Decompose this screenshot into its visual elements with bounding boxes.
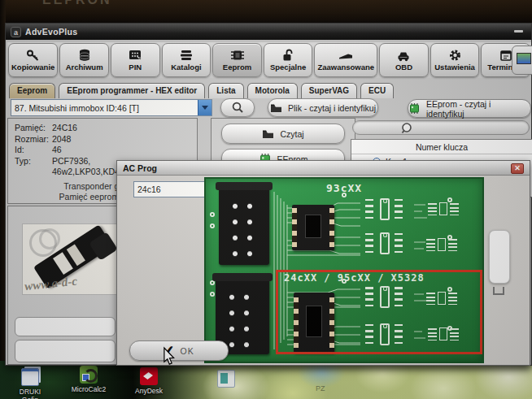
tab-strip: Eeprom EEprom programmer - HEX editor Li…: [9, 80, 394, 98]
soic-footprint: [360, 323, 408, 346]
size-label: Rozmiar:: [15, 134, 52, 145]
gear-icon: [448, 49, 462, 62]
chip-icon: [230, 49, 245, 62]
small-footprint: [425, 289, 458, 309]
desktop-icon-microcalc2[interactable]: MicroCalc2: [70, 366, 107, 393]
dialog-title: AC Prog: [123, 163, 157, 173]
mouse-cursor: [163, 348, 176, 369]
soic-footprint: [360, 198, 408, 221]
field-bar-1[interactable]: [15, 317, 116, 336]
toolbar-label: Katalogi: [171, 63, 201, 72]
button-label: Czytaj: [280, 129, 303, 139]
id-value: 46: [52, 145, 190, 156]
window-title: AdvEvoPlus: [25, 27, 77, 37]
toolbar-label: Ustawienia: [434, 63, 475, 72]
desktop-icon-anydesk[interactable]: AnyDesk: [130, 367, 168, 395]
close-icon[interactable]: ✕: [511, 163, 524, 174]
small-footprint: [427, 200, 460, 219]
monitor-photo: EEPRON DRUKI Gofin MicroCalc2 AnyDesk PZ…: [0, 0, 532, 399]
open-padlock-icon: [281, 49, 294, 62]
tab-ecu[interactable]: ECU: [360, 83, 394, 98]
toolbar-button-obd[interactable]: OBD: [379, 43, 429, 77]
memory-value: 24C16: [52, 123, 190, 134]
anydesk-icon: [140, 367, 158, 385]
dialog-titlebar[interactable]: AC Prog ✕: [117, 161, 530, 176]
toolbar-label: Archiwum: [66, 63, 103, 72]
search-slider[interactable]: [352, 120, 530, 135]
desktop-icon-label: DRUKI Gofin: [11, 388, 49, 399]
faint-desktop-text: PZ: [316, 384, 325, 392]
documents-icon: [21, 368, 39, 386]
photo-logo-watermark: [29, 229, 57, 257]
pcb-section-label-93cxx: 93cXX: [326, 182, 362, 194]
app-logo-icon: a: [11, 27, 21, 37]
key-table-header: Numer klucza: [351, 140, 532, 154]
key-icon: [26, 49, 41, 62]
search-device-button[interactable]: [220, 98, 255, 117]
toolbar-button-zaawansowane[interactable]: Zaawansowane: [314, 43, 377, 77]
catalog-icon: [179, 49, 194, 62]
toolbar-button-specjalne[interactable]: Specjalne: [264, 43, 313, 77]
tab-eeprom[interactable]: Eeprom: [9, 83, 55, 98]
monitor-bezel: EEPRON: [0, 0, 532, 23]
small-footprint: [425, 236, 458, 255]
advanced-icon: [338, 49, 354, 62]
acprog-dialog: AC Prog ✕ 24c16: [116, 160, 530, 366]
size-value: 2048: [52, 134, 190, 145]
window-titlebar[interactable]: a AdvEvoPlus: [6, 24, 531, 40]
toolbar-label: Kopiowanie: [11, 63, 55, 72]
memory-label: Pamięć:: [15, 123, 52, 134]
device-photo-panel: www.a-d-c: [7, 206, 121, 365]
minimize-icon[interactable]: [514, 30, 523, 33]
tab-supervag[interactable]: SuperVAG: [301, 83, 357, 98]
folder-icon: [262, 129, 274, 139]
toolbar-label: Zaawansowane: [317, 63, 374, 72]
toolbar-button-katalogi[interactable]: Katalogi: [162, 43, 211, 77]
pin-keypad-icon: [128, 49, 142, 62]
device-row: 87. Mitsubishi immobox ID:46 [T] Plik - …: [6, 98, 532, 118]
toolbar-button-ustawienia[interactable]: Ustawienia: [430, 43, 480, 77]
ok-button-label: OK: [181, 346, 194, 356]
folder-icon: [270, 103, 282, 113]
device-photo: www.a-d-c: [23, 224, 118, 294]
toolbar-button-archiwum[interactable]: Archiwum: [59, 43, 109, 77]
toolbar-button-kopiowanie[interactable]: Kopiowanie: [8, 43, 58, 77]
toolbar-button-pin[interactable]: PIN: [111, 43, 160, 77]
chevron-down-icon[interactable]: [198, 100, 211, 115]
device-select-value: 87. Mitsubishi immobox ID:46 [T]: [15, 103, 139, 113]
tab-motorola[interactable]: Motorola: [247, 83, 298, 98]
button-label: Plik - czytaj i identyfikuj: [288, 103, 376, 113]
soic-footprint: [360, 286, 408, 309]
eeprom-read-identify-button[interactable]: EEprom - czytaj i identyfikuj: [408, 99, 531, 118]
chip-select-value: 24c16: [137, 184, 161, 194]
pcb-adapter-image: 93cXX 24cXX / 95cXX / X5328: [204, 177, 484, 363]
toolbar-label: OBD: [395, 63, 412, 72]
id-label: Id:: [15, 145, 52, 156]
desktop-icon-unlabeled[interactable]: [207, 370, 245, 388]
soic-footprint: [360, 232, 408, 255]
desktop-icon-label: AnyDesk: [130, 387, 168, 395]
file-read-identify-button[interactable]: Plik - czytaj i identyfikuj: [268, 98, 378, 117]
main-toolbar: Kopiowanie Archiwum PIN Katalogi Eeprom …: [7, 42, 531, 78]
window-app-icon: [217, 370, 235, 388]
calendar-icon: [499, 49, 512, 62]
green-chip-icon: [408, 102, 421, 115]
tab-lista[interactable]: Lista: [208, 83, 243, 98]
type-label: Typ:: [15, 156, 52, 178]
field-bar-2[interactable]: [15, 340, 116, 362]
tab-hex-editor[interactable]: EEprom programmer - HEX editor: [59, 83, 205, 98]
toolbar-extra-button[interactable]: [512, 46, 532, 75]
dip8-socket-top: [292, 205, 334, 250]
button-label: EEprom - czytaj i identyfikuj: [426, 99, 530, 119]
read-button[interactable]: Czytaj: [221, 124, 345, 144]
dialog-scrollbar-thumb[interactable]: [489, 230, 510, 284]
archive-icon: [78, 49, 91, 62]
device-select[interactable]: 87. Mitsubishi immobox ID:46 [T]: [11, 99, 212, 116]
pcb-section-label-24cxx: 24cXX / 95cXX / X5328: [284, 272, 425, 284]
desktop-icon-druki-gofin[interactable]: DRUKI Gofin: [11, 368, 49, 399]
ok-button[interactable]: ✔ OK: [129, 340, 229, 361]
idc-connector-top: [219, 185, 269, 265]
bezel-cropped-text: EEPRON: [42, 0, 112, 7]
calculator-icon: [80, 366, 98, 384]
toolbar-button-eeprom[interactable]: Eeprom: [212, 43, 262, 77]
